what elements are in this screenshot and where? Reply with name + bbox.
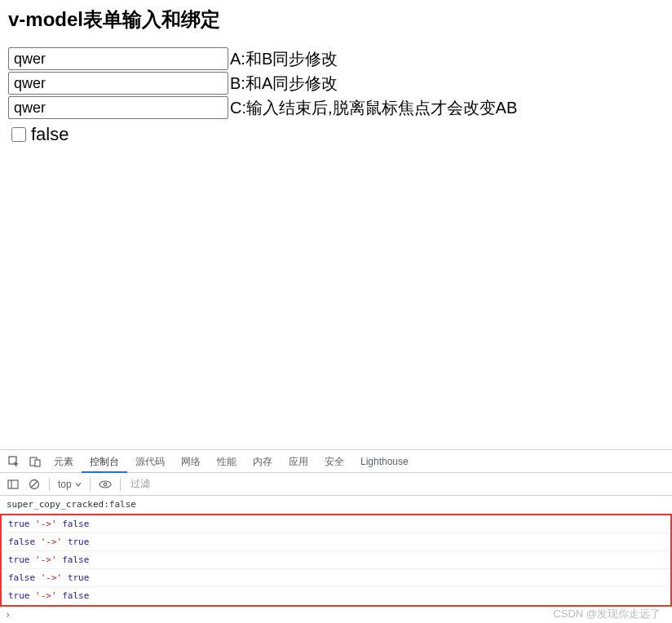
console-line: super_copy_cracked:false xyxy=(0,496,672,514)
label-c: C:输入结束后,脱离鼠标焦点才会改变AB xyxy=(230,97,517,119)
svg-line-6 xyxy=(31,481,38,488)
console-line: false '->' true xyxy=(2,533,670,551)
checkbox-row: false xyxy=(8,124,664,145)
filter-input[interactable]: 过滤 xyxy=(126,477,150,491)
toolbar-separator xyxy=(90,478,91,491)
input-a[interactable] xyxy=(8,47,228,70)
tab-application[interactable]: 应用 xyxy=(281,450,316,473)
toolbar-separator xyxy=(49,478,50,491)
inspect-element-icon[interactable] xyxy=(3,450,24,473)
page-title: v-model表单输入和绑定 xyxy=(8,7,664,33)
form-row-a: A:和B同步修改 xyxy=(8,47,664,70)
svg-point-7 xyxy=(99,481,111,488)
console-line: true '->' false xyxy=(2,551,670,569)
checkbox-toggle[interactable] xyxy=(11,127,26,142)
toolbar-separator xyxy=(120,478,121,491)
tab-lighthouse[interactable]: Lighthouse xyxy=(352,450,417,473)
svg-point-8 xyxy=(104,483,107,486)
input-b[interactable] xyxy=(8,72,228,95)
watermark: CSDN @发现你走远了 xyxy=(553,607,661,621)
highlighted-console-region: true '->' false false '->' true true '->… xyxy=(0,514,672,607)
tab-console[interactable]: 控制台 xyxy=(82,450,127,473)
devtools-tabs: 元素 控制台 源代码 网络 性能 内存 应用 安全 Lighthouse xyxy=(0,450,672,473)
input-c[interactable] xyxy=(8,96,228,119)
checkbox-label: false xyxy=(31,124,69,145)
tab-memory[interactable]: 内存 xyxy=(245,450,281,473)
svg-rect-2 xyxy=(35,460,40,466)
chevron-down-icon xyxy=(75,481,82,488)
sidebar-toggle-icon[interactable] xyxy=(3,475,23,494)
context-label: top xyxy=(58,479,72,490)
svg-rect-3 xyxy=(8,480,18,488)
console-toolbar: top 过滤 xyxy=(0,473,672,496)
tab-sources[interactable]: 源代码 xyxy=(127,450,173,473)
tab-elements[interactable]: 元素 xyxy=(46,450,82,473)
clear-console-icon[interactable] xyxy=(24,475,44,494)
label-b: B:和A同步修改 xyxy=(230,73,338,95)
tab-performance[interactable]: 性能 xyxy=(209,450,245,473)
tab-security[interactable]: 安全 xyxy=(316,450,352,473)
console-output: super_copy_cracked:false true '->' false… xyxy=(0,496,672,623)
label-a: A:和B同步修改 xyxy=(230,48,338,70)
tab-network[interactable]: 网络 xyxy=(173,450,209,473)
console-line: true '->' false xyxy=(2,515,670,533)
page-content: v-model表单输入和绑定 A:和B同步修改 B:和A同步修改 C:输入结束后… xyxy=(0,0,672,152)
device-toggle-icon[interactable] xyxy=(24,450,46,473)
devtools-panel: 元素 控制台 源代码 网络 性能 内存 应用 安全 Lighthouse top… xyxy=(0,449,672,623)
context-selector[interactable]: top xyxy=(55,479,85,490)
console-line: false '->' true xyxy=(2,569,670,587)
console-line: true '->' false xyxy=(2,587,670,605)
live-expression-icon[interactable] xyxy=(95,475,115,494)
form-row-b: B:和A同步修改 xyxy=(8,72,664,95)
form-row-c: C:输入结束后,脱离鼠标焦点才会改变AB xyxy=(8,96,664,119)
